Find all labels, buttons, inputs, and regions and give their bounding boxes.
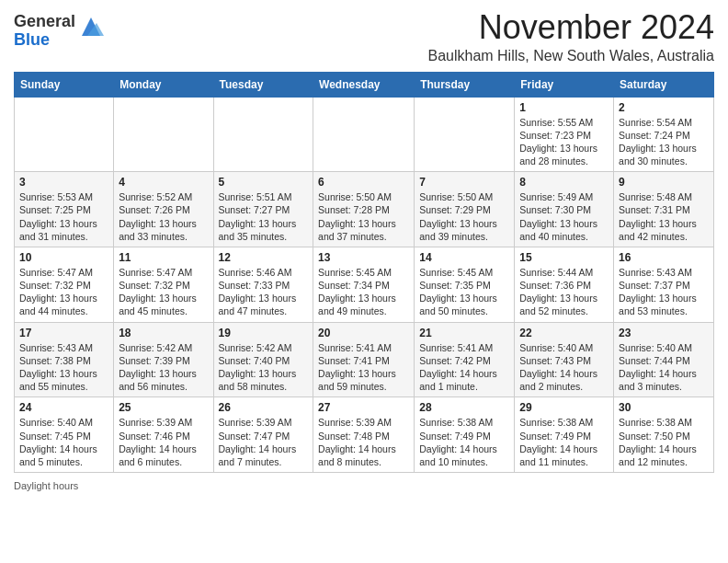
header-monday: Monday [114,72,213,97]
day-info: Sunrise: 5:45 AM Sunset: 7:35 PM Dayligh… [419,266,509,318]
week-row-2: 10Sunrise: 5:47 AM Sunset: 7:32 PM Dayli… [15,247,714,322]
day-number: 4 [119,176,208,189]
day-info: Sunrise: 5:52 AM Sunset: 7:26 PM Dayligh… [119,190,208,243]
day-info: Sunrise: 5:46 AM Sunset: 7:33 PM Dayligh… [219,266,309,318]
logo-icon [78,14,104,40]
week-row-3: 17Sunrise: 5:43 AM Sunset: 7:38 PM Dayli… [15,322,714,397]
calendar-cell: 7Sunrise: 5:50 AM Sunset: 7:29 PM Daylig… [415,172,515,247]
day-number: 2 [619,101,709,114]
day-number: 22 [519,327,609,339]
calendar-cell [415,97,515,172]
logo-general: General [14,13,75,31]
day-number: 29 [519,401,609,414]
calendar-cell: 4Sunrise: 5:52 AM Sunset: 7:26 PM Daylig… [114,172,213,247]
calendar-cell: 5Sunrise: 5:51 AM Sunset: 7:27 PM Daylig… [213,172,313,247]
day-number: 28 [419,401,509,414]
day-info: Sunrise: 5:42 AM Sunset: 7:39 PM Dayligh… [119,341,208,394]
day-info: Sunrise: 5:40 AM Sunset: 7:43 PM Dayligh… [519,341,609,394]
day-info: Sunrise: 5:40 AM Sunset: 7:45 PM Dayligh… [19,416,108,468]
day-info: Sunrise: 5:38 AM Sunset: 7:50 PM Dayligh… [619,416,709,468]
header-wednesday: Wednesday [313,72,415,97]
calendar-cell: 22Sunrise: 5:40 AM Sunset: 7:43 PM Dayli… [515,322,614,397]
calendar-cell: 9Sunrise: 5:48 AM Sunset: 7:31 PM Daylig… [614,172,714,247]
calendar-cell: 16Sunrise: 5:43 AM Sunset: 7:37 PM Dayli… [614,247,714,322]
day-info: Sunrise: 5:40 AM Sunset: 7:44 PM Dayligh… [619,341,709,394]
day-info: Sunrise: 5:43 AM Sunset: 7:38 PM Dayligh… [19,341,108,394]
day-info: Sunrise: 5:42 AM Sunset: 7:40 PM Dayligh… [219,341,309,394]
day-info: Sunrise: 5:54 AM Sunset: 7:24 PM Dayligh… [619,116,709,168]
day-number: 11 [119,251,208,264]
header-friday: Friday [515,72,614,97]
calendar-cell: 2Sunrise: 5:54 AM Sunset: 7:24 PM Daylig… [614,97,714,172]
week-row-4: 24Sunrise: 5:40 AM Sunset: 7:45 PM Dayli… [15,397,714,473]
day-info: Sunrise: 5:51 AM Sunset: 7:27 PM Dayligh… [219,190,309,243]
day-number: 14 [419,251,509,264]
day-info: Sunrise: 5:38 AM Sunset: 7:49 PM Dayligh… [519,416,609,468]
day-number: 8 [519,176,609,189]
day-info: Sunrise: 5:39 AM Sunset: 7:46 PM Dayligh… [119,416,208,468]
daylight-hours-label: Daylight hours [14,480,78,491]
day-info: Sunrise: 5:47 AM Sunset: 7:32 PM Dayligh… [19,266,108,318]
calendar-cell [213,97,313,172]
calendar-cell: 3Sunrise: 5:53 AM Sunset: 7:25 PM Daylig… [15,172,114,247]
day-number: 24 [19,401,108,414]
day-info: Sunrise: 5:38 AM Sunset: 7:49 PM Dayligh… [419,416,509,468]
calendar-cell: 23Sunrise: 5:40 AM Sunset: 7:44 PM Dayli… [614,322,714,397]
day-number: 13 [318,251,409,264]
calendar-cell [313,97,415,172]
day-number: 15 [519,251,609,264]
calendar-cell: 6Sunrise: 5:50 AM Sunset: 7:28 PM Daylig… [313,172,415,247]
calendar-cell: 21Sunrise: 5:41 AM Sunset: 7:42 PM Dayli… [415,322,515,397]
day-number: 20 [318,327,409,339]
logo: General Blue [14,13,104,50]
calendar-cell: 11Sunrise: 5:47 AM Sunset: 7:32 PM Dayli… [114,247,213,322]
day-info: Sunrise: 5:48 AM Sunset: 7:31 PM Dayligh… [619,190,709,243]
day-number: 23 [619,327,709,339]
day-info: Sunrise: 5:50 AM Sunset: 7:29 PM Dayligh… [419,190,509,243]
header-tuesday: Tuesday [213,72,313,97]
calendar-cell: 24Sunrise: 5:40 AM Sunset: 7:45 PM Dayli… [15,397,114,473]
day-info: Sunrise: 5:49 AM Sunset: 7:30 PM Dayligh… [519,190,609,243]
day-number: 6 [318,176,409,189]
calendar-cell [114,97,213,172]
calendar-cell: 1Sunrise: 5:55 AM Sunset: 7:23 PM Daylig… [515,97,614,172]
day-info: Sunrise: 5:55 AM Sunset: 7:23 PM Dayligh… [519,116,609,168]
day-info: Sunrise: 5:47 AM Sunset: 7:32 PM Dayligh… [119,266,208,318]
day-number: 25 [119,401,208,414]
day-number: 21 [419,327,509,339]
day-number: 18 [119,327,208,339]
header-saturday: Saturday [614,72,714,97]
day-number: 30 [619,401,709,414]
day-info: Sunrise: 5:39 AM Sunset: 7:47 PM Dayligh… [219,416,309,468]
calendar-header-row: SundayMondayTuesdayWednesdayThursdayFrid… [15,72,714,97]
page-header: General Blue November 2024 Baulkham Hill… [14,9,714,64]
title-section: November 2024 Baulkham Hills, New South … [427,9,714,64]
calendar-cell: 20Sunrise: 5:41 AM Sunset: 7:41 PM Dayli… [313,322,415,397]
calendar-cell: 29Sunrise: 5:38 AM Sunset: 7:49 PM Dayli… [515,397,614,473]
calendar-cell: 26Sunrise: 5:39 AM Sunset: 7:47 PM Dayli… [213,397,313,473]
month-title: November 2024 [427,9,714,46]
calendar-cell [15,97,114,172]
header-thursday: Thursday [415,72,515,97]
week-row-0: 1Sunrise: 5:55 AM Sunset: 7:23 PM Daylig… [15,97,714,172]
day-info: Sunrise: 5:53 AM Sunset: 7:25 PM Dayligh… [19,190,108,243]
calendar-cell: 14Sunrise: 5:45 AM Sunset: 7:35 PM Dayli… [415,247,515,322]
calendar-cell: 30Sunrise: 5:38 AM Sunset: 7:50 PM Dayli… [614,397,714,473]
day-number: 10 [19,251,108,264]
day-number: 16 [619,251,709,264]
day-info: Sunrise: 5:43 AM Sunset: 7:37 PM Dayligh… [619,266,709,318]
day-number: 26 [219,401,309,414]
header-sunday: Sunday [15,72,114,97]
calendar-cell: 18Sunrise: 5:42 AM Sunset: 7:39 PM Dayli… [114,322,213,397]
day-info: Sunrise: 5:41 AM Sunset: 7:42 PM Dayligh… [419,341,509,394]
day-number: 27 [318,401,409,414]
calendar-cell: 27Sunrise: 5:39 AM Sunset: 7:48 PM Dayli… [313,397,415,473]
calendar-cell: 13Sunrise: 5:45 AM Sunset: 7:34 PM Dayli… [313,247,415,322]
day-info: Sunrise: 5:39 AM Sunset: 7:48 PM Dayligh… [318,416,409,468]
calendar-cell: 19Sunrise: 5:42 AM Sunset: 7:40 PM Dayli… [213,322,313,397]
calendar-cell: 17Sunrise: 5:43 AM Sunset: 7:38 PM Dayli… [15,322,114,397]
day-number: 9 [619,176,709,189]
day-number: 3 [19,176,108,189]
calendar: SundayMondayTuesdayWednesdayThursdayFrid… [14,72,714,473]
calendar-cell: 28Sunrise: 5:38 AM Sunset: 7:49 PM Dayli… [415,397,515,473]
